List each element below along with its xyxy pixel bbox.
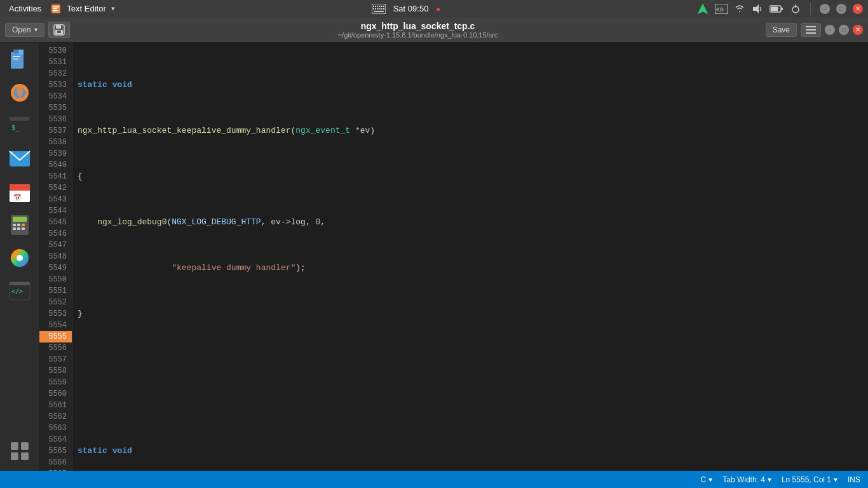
language-selector[interactable]: C ▾ bbox=[701, 475, 713, 484]
sidebar-item-firefox[interactable] bbox=[5, 78, 34, 107]
line-number: 5548 bbox=[39, 251, 72, 262]
svg-rect-51 bbox=[13, 224, 16, 226]
line-number: 5564 bbox=[39, 434, 72, 445]
line-number: 5566 bbox=[39, 457, 72, 468]
sidebar-item-calculator[interactable] bbox=[5, 210, 34, 240]
line-number: 5535 bbox=[39, 102, 72, 114]
text-editor-icon bbox=[50, 3, 62, 15]
toolbar-close[interactable]: ✕ bbox=[853, 25, 863, 35]
volume-icon[interactable] bbox=[752, 3, 763, 15]
sidebar-item-grid[interactable] bbox=[5, 437, 34, 466]
line-number: 5565 bbox=[39, 445, 72, 457]
svg-rect-53 bbox=[22, 224, 25, 226]
sidebar-item-dev[interactable]: </> bbox=[5, 276, 34, 306]
sidebar-item-files[interactable] bbox=[5, 45, 34, 74]
code-line: ngx_log_debug0(NGX_LOG_DEBUG_HTTP, ev->l… bbox=[78, 217, 863, 228]
position-arrow: ▾ bbox=[834, 475, 837, 484]
svg-rect-6 bbox=[375, 6, 376, 7]
open-button[interactable]: Open ▾ bbox=[5, 23, 44, 37]
save-button[interactable]: Save bbox=[766, 23, 797, 37]
svg-rect-5 bbox=[373, 6, 374, 7]
activities-button[interactable]: Activities bbox=[5, 4, 45, 13]
svg-rect-13 bbox=[377, 8, 378, 10]
svg-rect-63 bbox=[21, 442, 29, 450]
line-number: 5546 bbox=[39, 228, 72, 240]
code-line: { bbox=[78, 171, 863, 182]
svg-rect-64 bbox=[11, 452, 18, 460]
app-name[interactable]: Text Editor bbox=[67, 4, 105, 13]
code-line: } bbox=[78, 308, 863, 320]
clock-display[interactable]: Sat 09:50 bbox=[393, 4, 429, 13]
main-area: $_ 📅 bbox=[0, 43, 868, 471]
wifi-keyboard-icon: KB bbox=[715, 4, 728, 14]
cursor-position[interactable]: Ln 5555, Col 1 ▾ bbox=[782, 475, 837, 484]
line-number: 5541 bbox=[39, 171, 72, 182]
sidebar-item-inkscape[interactable] bbox=[5, 243, 34, 273]
toolbar-minimize[interactable]: – bbox=[825, 25, 835, 35]
code-container: 5530 5531 5532 5533 5534 5535 5536 5537 … bbox=[39, 43, 868, 471]
line-number: 5561 bbox=[39, 400, 72, 411]
svg-rect-32 bbox=[806, 29, 816, 30]
line-number: 5553 bbox=[39, 308, 72, 320]
tab-width-label: Tab Width: 4 bbox=[722, 475, 765, 484]
keyboard-icon bbox=[372, 4, 386, 14]
power-icon[interactable] bbox=[790, 3, 801, 15]
app-menu-arrow[interactable]: ▾ bbox=[111, 4, 115, 13]
line-number: 5538 bbox=[39, 137, 72, 148]
hamburger-icon bbox=[806, 25, 816, 34]
code-line: static void bbox=[78, 445, 863, 457]
svg-rect-56 bbox=[22, 227, 25, 230]
open-dropdown-arrow: ▾ bbox=[34, 26, 37, 33]
toolbar-center: ngx_http_lua_socket_tcp.c ~/git/openrest… bbox=[338, 21, 498, 39]
line-number: 5551 bbox=[39, 285, 72, 297]
file-name: ngx_http_lua_socket_tcp.c bbox=[338, 21, 498, 31]
window-close[interactable]: ✕ bbox=[853, 4, 863, 14]
window-maximize[interactable]: □ bbox=[836, 4, 846, 14]
svg-point-58 bbox=[17, 255, 23, 261]
code-editor[interactable]: 5530 5531 5532 5533 5534 5535 5536 5537 … bbox=[39, 43, 868, 471]
current-line-number: 5555 bbox=[39, 331, 72, 342]
save-file-button[interactable] bbox=[48, 22, 70, 38]
sidebar-item-calendar[interactable]: 📅 bbox=[5, 177, 34, 207]
line-number: 5539 bbox=[39, 148, 72, 159]
tab-width-selector[interactable]: Tab Width: 4 ▾ bbox=[722, 475, 771, 484]
svg-rect-47 bbox=[10, 189, 30, 191]
navigation-icon bbox=[697, 3, 709, 15]
code-line: static void bbox=[78, 79, 863, 91]
line-number: 5562 bbox=[39, 411, 72, 423]
svg-rect-14 bbox=[379, 8, 380, 10]
line-number: 5557 bbox=[39, 354, 72, 365]
statusbar: C ▾ Tab Width: 4 ▾ Ln 5555, Col 1 ▾ INS bbox=[0, 471, 868, 488]
svg-rect-31 bbox=[806, 26, 816, 27]
insert-mode[interactable]: INS bbox=[848, 475, 860, 484]
svg-text:KB: KB bbox=[716, 6, 724, 13]
line-number: 5556 bbox=[39, 342, 72, 354]
svg-rect-10 bbox=[383, 6, 384, 7]
svg-rect-38 bbox=[13, 58, 19, 60]
line-number: 5536 bbox=[39, 114, 72, 125]
line-number: 5554 bbox=[39, 320, 72, 331]
line-number: 5552 bbox=[39, 297, 72, 308]
window-minimize[interactable]: – bbox=[820, 4, 830, 14]
sidebar-item-terminal[interactable]: $_ bbox=[5, 111, 34, 140]
svg-rect-65 bbox=[21, 452, 29, 460]
svg-rect-17 bbox=[374, 11, 384, 12]
svg-rect-2 bbox=[53, 8, 57, 10]
code-line bbox=[78, 400, 863, 411]
sidebar-item-email[interactable] bbox=[5, 144, 34, 173]
svg-rect-50 bbox=[13, 217, 27, 222]
sidebar: $_ 📅 bbox=[0, 43, 39, 471]
code-content[interactable]: static void ngx_http_lua_socket_keepaliv… bbox=[72, 43, 868, 471]
toolbar-maximize[interactable]: □ bbox=[839, 25, 849, 35]
svg-rect-52 bbox=[17, 224, 20, 226]
svg-rect-36 bbox=[18, 50, 24, 55]
line-number: 5534 bbox=[39, 91, 72, 102]
line-number: 5547 bbox=[39, 240, 72, 251]
toolbar: Open ▾ ngx_http_lua_socket_tcp.c ~/git/o… bbox=[0, 17, 868, 43]
menu-button[interactable] bbox=[801, 23, 821, 37]
line-number: 5531 bbox=[39, 57, 72, 68]
svg-rect-30 bbox=[57, 30, 61, 33]
divider bbox=[810, 3, 811, 15]
battery-icon[interactable] bbox=[770, 5, 783, 13]
wifi-icon[interactable] bbox=[734, 3, 745, 15]
